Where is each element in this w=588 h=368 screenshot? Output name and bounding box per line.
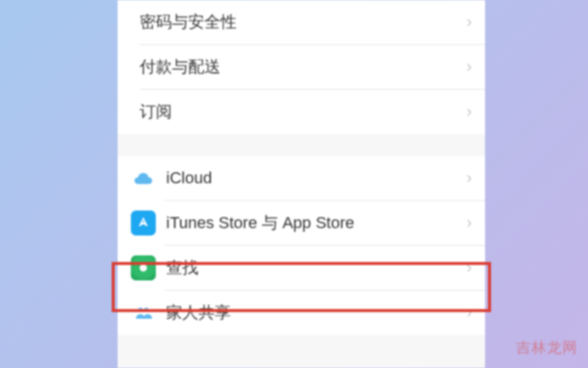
chevron-right-icon: ›	[467, 13, 472, 32]
row-family-sharing[interactable]: 家人共享 ›	[118, 291, 485, 335]
row-itunes-appstore[interactable]: iTunes Store 与 App Store ›	[118, 201, 485, 245]
appstore-icon	[131, 210, 156, 236]
chevron-right-icon: ›	[467, 213, 472, 233]
family-sharing-icon	[131, 300, 156, 325]
row-label: 付款与配送	[140, 56, 467, 78]
settings-panel: 密码与安全性 › 付款与配送 › 订阅 › iCloud › iTunes S	[118, 0, 485, 368]
row-label: 查找	[166, 257, 467, 279]
row-label: 密码与安全性	[140, 11, 467, 33]
chevron-right-icon: ›	[467, 169, 472, 188]
chevron-right-icon: ›	[467, 57, 472, 77]
row-find-my[interactable]: 查找 ›	[118, 246, 485, 290]
row-label: 订阅	[140, 101, 467, 123]
chevron-right-icon: ›	[467, 258, 472, 277]
chevron-right-icon: ›	[467, 102, 472, 121]
row-label: 家人共享	[166, 302, 467, 324]
row-label: iCloud	[166, 169, 467, 188]
settings-group-services: iCloud › iTunes Store 与 App Store › 查找 ›…	[118, 156, 485, 335]
icloud-icon	[131, 166, 156, 191]
row-icloud[interactable]: iCloud ›	[118, 156, 485, 200]
row-payment-shipping[interactable]: 付款与配送 ›	[118, 45, 485, 89]
row-password-security[interactable]: 密码与安全性 ›	[118, 0, 485, 44]
chevron-right-icon: ›	[467, 303, 472, 322]
row-subscriptions[interactable]: 订阅 ›	[118, 90, 485, 134]
svg-point-1	[144, 308, 148, 312]
row-label: iTunes Store 与 App Store	[166, 212, 467, 234]
find-my-icon	[131, 255, 156, 280]
settings-group-account: 密码与安全性 › 付款与配送 › 订阅 ›	[118, 0, 485, 134]
svg-point-0	[138, 308, 143, 312]
watermark-text: 吉林龙网	[516, 338, 578, 358]
